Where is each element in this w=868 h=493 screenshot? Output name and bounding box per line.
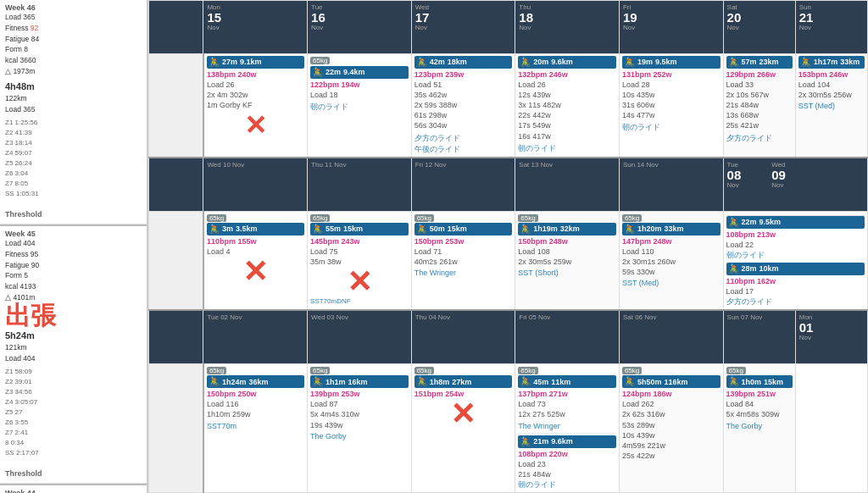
w46tue-detail: 122bpm 194w Load 18 <box>310 80 409 100</box>
week45-wed-activity[interactable]: 🚴 3m 3.5km <box>207 223 304 235</box>
w45thu-detail: 145bpm 243w Load 75 35m 38w <box>310 236 409 267</box>
w44fri-sub-dist: 9.6km <box>551 437 573 446</box>
week44-fri-activity[interactable]: 🚴 45m 11km <box>518 375 616 388</box>
week44-thu[interactable]: 65kg 🚴 1h8m 27km 151bpm 254w ✕ <box>411 364 515 493</box>
week44-wed[interactable]: 65kg 🚴 1h1m 16km 139bpm 253w Load 87 5x … <box>308 364 412 493</box>
week46-wed[interactable]: 🚴 42m 18km 123bpm 239w Load 51 35s 462w … <box>411 53 515 157</box>
week44-fri-sub-activity[interactable]: 🚴 21m 9.6km <box>518 435 616 448</box>
week46-sat-activity[interactable]: 🚴 57m 23km <box>726 56 793 69</box>
week46-fitness: Fitness 92 <box>5 23 142 34</box>
week45-fri[interactable]: 65kg 🚴 50m 15km 150bpm 253w Load 71 40m2… <box>411 211 515 310</box>
w45e2-detail: 110bpm 162w Load 17 <box>726 276 865 296</box>
week45-zones: Z1 58:09Z2 39:01Z3 34:56Z4 3:05:07Z5 27Z… <box>5 367 142 480</box>
w44thu-cancelled: ✕ <box>415 399 513 429</box>
w45fri-kg: 65kg <box>415 214 434 222</box>
w45sun-detail: 147bpm 248w Load 110 2x 30m1s 260w 59s 3… <box>622 236 721 278</box>
week44-thu-activity[interactable]: 🚴 1h8m 27km <box>415 375 513 388</box>
week45-extra-act2[interactable]: 🚴 28m 10km <box>726 263 865 275</box>
week44-empty-header <box>149 310 203 364</box>
bike-icon-w46wed: 🚴 <box>416 57 428 68</box>
week46-mon-activity[interactable]: 🚴 27m 9.1km <box>207 56 304 69</box>
w46thu-dist: 9.6km <box>551 58 573 66</box>
week44-label: Week 44 <box>5 489 142 493</box>
week45-extra-act1[interactable]: 🚴 22m 9.5km <box>726 216 865 229</box>
day-header-sat13: Sat 13 Nov <box>515 158 620 212</box>
w45sat-dist: 32km <box>560 224 580 233</box>
w44fri-sub-detail: 108bpm 220w Load 23 21s 484w <box>518 449 616 479</box>
week46-tue[interactable]: 65kg 🚴 22m 9.4km 122bpm 194w Load 18 朝のラ… <box>308 53 412 157</box>
week46-load: Load 365 <box>5 12 142 23</box>
w45sun-title: SST (Med) <box>622 279 721 287</box>
week46-elev: △ 1973m <box>5 66 142 77</box>
app-container: Week 46 Load 365 Fitness 92 Fatigue 84 F… <box>0 0 868 493</box>
bike-icon-w45sat: 🚴 <box>520 224 531 235</box>
bike-icon-w45e1: 🚴 <box>728 217 740 228</box>
w45sat-kg: 65kg <box>518 214 537 222</box>
w46sun-detail: 153bpm 246w Load 104 2x 30m5s 256w <box>798 69 865 100</box>
bike-icon-w46tue: 🚴 <box>312 67 324 78</box>
week46-thu-activity[interactable]: 🚴 20m 9.6km <box>518 56 616 69</box>
week44-tue[interactable]: 65kg 🚴 1h24m 36km 150bpm 250w Load 116 1… <box>203 364 308 493</box>
w44thu-dist: 27km <box>452 378 471 386</box>
bike-icon-w44wed: 🚴 <box>312 376 324 387</box>
week46-fri[interactable]: 🚴 19m 9.5km 131bpm 252w Load 28 10s 435w… <box>619 53 723 157</box>
day-header-tue02: Tue 02 Nov <box>203 310 308 364</box>
bike-icon-w44tue: 🚴 <box>209 376 220 387</box>
week45-thu[interactable]: 65kg 🚴 55m 15km 145bpm 243w Load 75 35m … <box>308 211 412 310</box>
week45-sat[interactable]: 65kg 🚴 1h19m 32km 150bpm 248w Load 108 2… <box>515 211 620 310</box>
week46-mon[interactable]: 🚴 27m 9.1km 138bpm 240w Load 26 2x 4m 30… <box>203 53 308 157</box>
week45-dist: 121km <box>5 342 142 353</box>
w45sun-dur: 1h20m <box>637 224 662 233</box>
w46mon-detail: 138bpm 240w Load 26 2x 4m 302w 1m Gorby … <box>207 69 304 111</box>
week46-wed-activity[interactable]: 🚴 42m 18km <box>415 56 513 69</box>
w45sun-kg: 65kg <box>622 214 642 222</box>
week46-sun[interactable]: 🚴 1h17m 33km 153bpm 246w Load 104 2x 30m… <box>795 53 867 157</box>
bike-icon-w46mon: 🚴 <box>209 57 220 68</box>
week46-activities-row: 🚴 27m 9.1km 138bpm 240w Load 26 2x 4m 30… <box>149 53 868 157</box>
w44fri-dist: 11km <box>551 378 570 386</box>
w46sun-dur: 1h17m <box>814 58 838 66</box>
w44fri-sub: 🚴 21m 9.6km 108bpm 220w Load 23 21s 484w… <box>518 433 616 490</box>
week45-activities-row: 65kg 🚴 3m 3.5km 110bpm 155w Load 4 ✕ 65k… <box>149 211 868 310</box>
w45e2-ride: 夕方のライド <box>726 296 865 307</box>
week46-header-row: Mon15Nov Tue16Nov Wed17Nov Thu18Nov Fri1… <box>149 1 868 54</box>
week46-fri-activity[interactable]: 🚴 19m 9.5km <box>622 56 721 69</box>
week45-sat-activity[interactable]: 🚴 1h19m 32km <box>518 223 616 235</box>
week46-label: Week 46 <box>5 3 142 12</box>
day-header-mon01: Mon01Nov <box>795 310 867 364</box>
calendar-panel: Mon15Nov Tue16Nov Wed17Nov Thu18Nov Fri1… <box>148 0 868 493</box>
day-header-fri19: Fri19Nov <box>619 1 723 54</box>
week44-sat-activity[interactable]: 🚴 5h50m 116km <box>622 375 721 388</box>
week44-sat[interactable]: 65kg 🚴 5h50m 116km 124bpm 186w Load 262 … <box>619 364 723 493</box>
w44fri-sub-dur: 21m <box>533 437 548 446</box>
week44-sun[interactable]: 65kg 🚴 1h0m 15km 139bpm 251w Load 84 5x … <box>723 364 795 493</box>
w44wed-kg: 65kg <box>310 367 330 374</box>
week46-sat[interactable]: 🚴 57m 23km 129bpm 266w Load 33 2x 10s 56… <box>723 53 795 157</box>
w45wed-dur: 3m <box>222 224 233 233</box>
w44sun-detail: 139bpm 251w Load 84 5x 4m58s 309w <box>726 389 793 419</box>
week45-wed[interactable]: 65kg 🚴 3m 3.5km 110bpm 155w Load 4 ✕ <box>203 211 308 310</box>
week45-fri-activity[interactable]: 🚴 50m 15km <box>415 223 513 235</box>
week44-wed-activity[interactable]: 🚴 1h1m 16km <box>310 375 409 388</box>
day-header-wed03: Wed 03 Nov <box>308 310 412 364</box>
week46-sun-activity[interactable]: 🚴 1h17m 33km <box>798 56 865 69</box>
day-header-wed17: Wed17Nov <box>411 1 515 54</box>
week44-tue-activity[interactable]: 🚴 1h24m 36km <box>207 375 304 388</box>
day-header-thu18: Thu18Nov <box>515 1 620 54</box>
w45thu-kg: 65kg <box>310 214 330 222</box>
week46-kcal: kcal 3660 <box>5 55 142 66</box>
week46-thu[interactable]: 🚴 20m 9.6km 132bpm 246w Load 26 12s 439w… <box>515 53 620 157</box>
week44-fri[interactable]: 65kg 🚴 45m 11km 137bpm 271w Load 73 12x … <box>515 364 620 493</box>
w46sun-dist: 33km <box>840 58 860 66</box>
week45-sun[interactable]: 65kg 🚴 1h20m 33km 147bpm 248w Load 110 2… <box>619 211 723 310</box>
week45-tue-wed[interactable]: 🚴 22m 9.5km 108bpm 213w Load 22 朝のライド 🚴 … <box>723 211 867 310</box>
week45-thu-activity[interactable]: 🚴 55m 15km <box>310 223 409 235</box>
week46-tue-activity[interactable]: 🚴 22m 9.4km <box>310 66 409 79</box>
bike-icon-w46sun: 🚴 <box>800 57 812 68</box>
w44fri-kg: 65kg <box>518 367 537 374</box>
week45-sun-activity[interactable]: 🚴 1h20m 33km <box>622 223 721 235</box>
week44-sun-activity[interactable]: 🚴 1h0m 15km <box>726 375 793 388</box>
w46wed-dur: 42m <box>430 58 445 66</box>
week44-mon01[interactable] <box>795 364 867 493</box>
bike-icon-w46fri: 🚴 <box>624 57 636 68</box>
